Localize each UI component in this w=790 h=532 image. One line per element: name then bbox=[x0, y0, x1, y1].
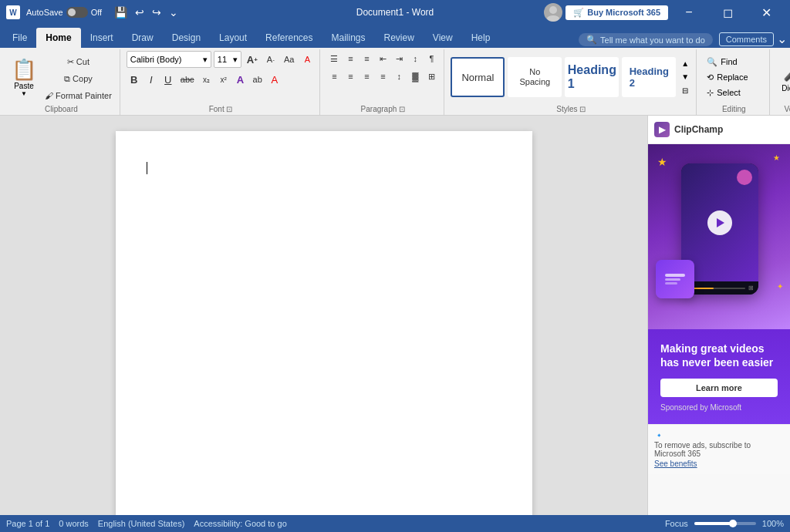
multilevel-list-button[interactable]: ≡ bbox=[359, 51, 374, 66]
select-button[interactable]: ⊹ Select bbox=[703, 86, 765, 99]
autosave-label: AutoSave bbox=[26, 8, 63, 17]
dictate-button[interactable]: 🎤 Dictate bbox=[776, 54, 790, 100]
line-spacing-button[interactable]: ↕ bbox=[391, 69, 407, 84]
font-group-content: Calibri (Body) ▾ 11 ▾ A+ A- Aa A B I U a… bbox=[127, 51, 316, 103]
underline-button[interactable]: U bbox=[160, 72, 176, 87]
font-grow-button[interactable]: A+ bbox=[244, 52, 261, 67]
font-family-dropdown-icon: ▾ bbox=[203, 55, 208, 65]
shading-button[interactable]: ▓ bbox=[407, 69, 423, 84]
change-case-button[interactable]: Aa bbox=[281, 52, 297, 67]
sort-button[interactable]: ↕ bbox=[407, 51, 423, 66]
language[interactable]: English (United States) bbox=[98, 519, 185, 528]
styles-more-button[interactable]: ⊟ bbox=[679, 85, 691, 96]
editing-group: 🔍 Find ⟲ Replace ⊹ Select Editing bbox=[698, 49, 770, 115]
comments-button[interactable]: Comments bbox=[719, 32, 774, 46]
document-page[interactable] bbox=[116, 131, 532, 515]
save-button[interactable]: 💾 bbox=[111, 3, 130, 22]
side-panel: ▶ ClipChamp ★ ★ ✦ bbox=[647, 116, 790, 515]
accessibility[interactable]: Accessibility: Good to go bbox=[194, 519, 286, 528]
styles-scroll-down[interactable]: ▼ bbox=[679, 71, 691, 82]
learn-more-button[interactable]: Learn more bbox=[660, 379, 778, 397]
star-decoration-3: ✦ bbox=[777, 282, 783, 291]
voice-group: 🎤 Dictate Voice bbox=[771, 49, 790, 115]
superscript-button[interactable]: x² bbox=[216, 72, 231, 87]
document-area[interactable] bbox=[0, 116, 647, 515]
format-painter-button[interactable]: 🖌 Format Painter bbox=[42, 88, 115, 103]
undo-button[interactable]: ↩ bbox=[132, 3, 147, 22]
paragraph-label: Paragraph ⊡ bbox=[326, 103, 439, 115]
align-left-button[interactable]: ≡ bbox=[326, 69, 342, 84]
minimize-button[interactable]: − bbox=[671, 2, 707, 23]
highlight-color-button[interactable]: ab bbox=[250, 72, 265, 87]
redo-button[interactable]: ↪ bbox=[149, 3, 164, 22]
bold-button[interactable]: B bbox=[127, 72, 142, 87]
see-benefits-link[interactable]: See benefits bbox=[654, 460, 784, 468]
editing-label: Editing bbox=[703, 103, 765, 115]
tab-references[interactable]: References bbox=[256, 28, 322, 48]
find-button[interactable]: 🔍 Find bbox=[703, 55, 765, 69]
tab-design[interactable]: Design bbox=[163, 28, 210, 48]
voice-label: Voice bbox=[776, 103, 790, 115]
restore-button[interactable]: ◻ bbox=[710, 2, 745, 23]
font-size-selector[interactable]: 11 ▾ bbox=[214, 51, 241, 68]
align-center-button[interactable]: ≡ bbox=[343, 69, 358, 84]
focus-label[interactable]: Focus bbox=[665, 519, 688, 528]
tab-mailings[interactable]: Mailings bbox=[322, 28, 374, 48]
normal-style-button[interactable]: Normal bbox=[451, 57, 505, 97]
tab-insert[interactable]: Insert bbox=[81, 28, 123, 48]
italic-button[interactable]: I bbox=[143, 72, 159, 87]
bullets-button[interactable]: ☰ bbox=[326, 51, 342, 66]
subscript-button[interactable]: x₂ bbox=[199, 72, 214, 87]
font-shrink-button[interactable]: A- bbox=[263, 52, 279, 67]
close-button[interactable]: ✕ bbox=[748, 2, 784, 23]
tab-file[interactable]: File bbox=[3, 28, 36, 48]
remove-ads-icon: 🔹 bbox=[654, 431, 784, 439]
font-dialog-launcher[interactable]: ⊡ bbox=[226, 105, 232, 113]
ribbon-search[interactable]: 🔍 Tell me what you want to do bbox=[579, 33, 713, 46]
editing-buttons: 🔍 Find ⟲ Replace ⊹ Select bbox=[703, 55, 765, 99]
title-bar: W AutoSave Off 💾 ↩ ↪ ⌄ Document1 - Word … bbox=[0, 0, 790, 25]
user-avatar[interactable] bbox=[544, 3, 562, 22]
borders-button[interactable]: ⊞ bbox=[424, 69, 439, 84]
heading1-style-button[interactable]: Heading 1 bbox=[565, 57, 619, 97]
voice-group-content: 🎤 Dictate bbox=[776, 51, 790, 103]
justify-button[interactable]: ≡ bbox=[375, 69, 390, 84]
font-family-selector[interactable]: Calibri (Body) ▾ bbox=[127, 51, 211, 68]
zoom-slider[interactable] bbox=[694, 522, 756, 525]
styles-scroll-up[interactable]: ▲ bbox=[679, 58, 691, 69]
copy-button[interactable]: ⧉ Copy bbox=[42, 71, 115, 86]
font-color-button[interactable]: A bbox=[267, 72, 282, 87]
strikethrough-button[interactable]: abc bbox=[177, 72, 198, 87]
ad-image-area: ★ ★ ✦ bbox=[648, 144, 790, 329]
numbering-button[interactable]: ≡ bbox=[343, 51, 358, 66]
tab-help[interactable]: Help bbox=[462, 28, 500, 48]
decrease-indent-button[interactable]: ⇤ bbox=[375, 51, 390, 66]
replace-button[interactable]: ⟲ Replace bbox=[703, 70, 765, 84]
customize-qa-button[interactable]: ⌄ bbox=[166, 3, 181, 22]
autosave-toggle[interactable]: AutoSave Off bbox=[26, 7, 102, 18]
tab-layout[interactable]: Layout bbox=[210, 28, 256, 48]
text-effects-button[interactable]: A bbox=[233, 72, 248, 87]
ribbon-options-icon[interactable]: ⌄ bbox=[774, 32, 790, 46]
align-right-button[interactable]: ≡ bbox=[359, 69, 374, 84]
heading2-style-button[interactable]: Heading 2 bbox=[622, 57, 676, 97]
styles-scroll-controls: ▲ ▼ ⊟ bbox=[679, 57, 691, 97]
no-spacing-style-button[interactable]: No Spacing bbox=[508, 57, 562, 97]
tab-home[interactable]: Home bbox=[36, 28, 80, 48]
paste-button[interactable]: 📋 Paste ▼ bbox=[8, 56, 40, 99]
styles-group-content: Normal No Spacing Heading 1 Heading 2 ▲ … bbox=[451, 51, 691, 103]
replace-icon: ⟲ bbox=[707, 72, 714, 82]
autosave-switch[interactable] bbox=[66, 7, 88, 18]
styles-dialog-launcher[interactable]: ⊡ bbox=[579, 105, 586, 113]
buy-microsoft365-button[interactable]: 🛒 Buy Microsoft 365 bbox=[565, 5, 668, 20]
zoom-percent[interactable]: 100% bbox=[762, 519, 784, 528]
tab-draw[interactable]: Draw bbox=[123, 28, 163, 48]
show-formatting-button[interactable]: ¶ bbox=[424, 51, 439, 66]
tab-view[interactable]: View bbox=[424, 28, 462, 48]
paragraph-dialog-launcher[interactable]: ⊡ bbox=[399, 105, 405, 113]
tab-review[interactable]: Review bbox=[375, 28, 424, 48]
clear-formatting-button[interactable]: A bbox=[299, 52, 315, 67]
increase-indent-button[interactable]: ⇥ bbox=[391, 51, 407, 66]
paragraph-row1: ☰ ≡ ≡ ⇤ ⇥ ↕ ¶ bbox=[326, 51, 439, 66]
cut-button[interactable]: ✂ Cut bbox=[42, 54, 115, 69]
